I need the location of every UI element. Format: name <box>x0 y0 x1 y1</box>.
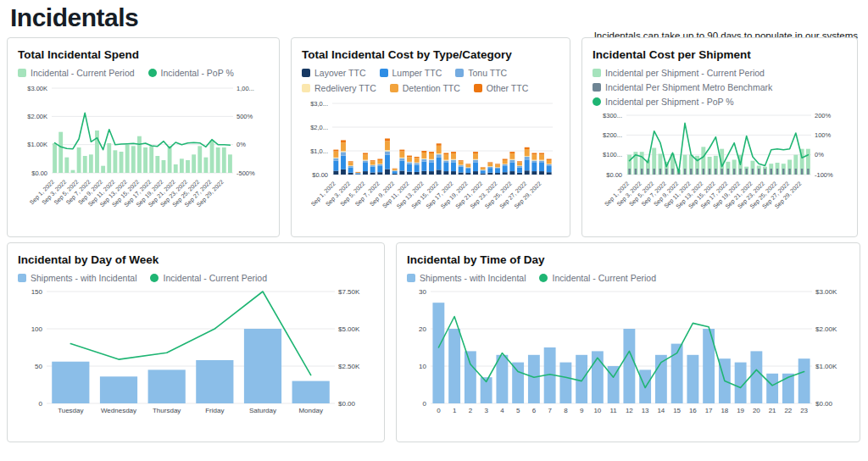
svg-text:Saturday: Saturday <box>249 407 276 414</box>
legend-item[interactable]: Incidental per Shipment - PoP % <box>593 97 847 107</box>
legend-label: Other TTC <box>487 83 528 93</box>
legend-item[interactable]: Incidental Per Shipment Metro Benchmark <box>593 82 847 92</box>
svg-text:$0.00: $0.00 <box>338 400 356 408</box>
bar-series-swatch-icon <box>302 84 310 92</box>
svg-text:$100...: $100... <box>603 151 622 158</box>
svg-text:30: 30 <box>419 288 426 296</box>
total-incidental-spend-chart[interactable]: $3.00K1,00...$2.00K500%$1.00K0%$0.00-500… <box>18 81 270 220</box>
legend-item[interactable]: Incidental per Shipment - Current Period <box>593 68 847 78</box>
card-total-incidental-cost-by-type: Total Incidental Cost by Type/Category L… <box>291 37 570 237</box>
svg-text:Wednesday: Wednesday <box>101 407 136 414</box>
chart-title: Incidental by Day of Week <box>18 253 374 266</box>
line-series-swatch-icon <box>148 69 157 77</box>
dashboard-page: Incidentals Incidentals can take up to 9… <box>0 3 868 442</box>
line-series-swatch-icon <box>539 274 548 282</box>
chart-title: Total Incidental Cost by Type/Category <box>302 48 559 61</box>
svg-text:Monday: Monday <box>298 407 322 414</box>
legend: Layover TTCLumper TTCTonu TTCRedelivery … <box>302 68 559 93</box>
legend-item[interactable]: Incidental - Current Period <box>539 273 656 283</box>
page-title: Incidentals <box>10 3 861 32</box>
svg-text:$0.00: $0.00 <box>312 171 328 179</box>
svg-text:$2.50K: $2.50K <box>338 363 360 370</box>
top-row: Total Incidental Spend Incidental - Curr… <box>7 37 861 237</box>
svg-text:7: 7 <box>548 407 552 414</box>
chart-title: Incidental Cost per Shipment <box>593 48 847 61</box>
bar-series-swatch-icon <box>390 84 398 92</box>
bar-series-swatch-icon <box>474 84 482 92</box>
svg-text:22: 22 <box>784 407 792 414</box>
svg-text:$3.00K: $3.00K <box>815 288 837 296</box>
svg-text:-100%: -100% <box>815 171 833 179</box>
svg-text:0: 0 <box>423 400 427 408</box>
svg-text:20: 20 <box>753 407 760 414</box>
legend-label: Layover TTC <box>314 68 366 78</box>
svg-text:4: 4 <box>500 407 504 414</box>
svg-text:100: 100 <box>31 325 43 333</box>
svg-text:Friday: Friday <box>205 407 224 414</box>
card-incidental-cost-per-shipment: Incidental Cost per Shipment Incidental … <box>581 37 858 237</box>
legend: Incidental per Shipment - Current Period… <box>593 68 847 107</box>
svg-text:0%: 0% <box>815 151 824 158</box>
svg-text:$1.00K: $1.00K <box>27 141 47 148</box>
svg-text:$5.00K: $5.00K <box>338 325 360 333</box>
legend-label: Incidental - Current Period <box>163 273 267 283</box>
svg-text:10: 10 <box>593 407 601 414</box>
bar-series-swatch-icon <box>455 69 464 77</box>
svg-text:16: 16 <box>689 407 697 414</box>
svg-text:$1.00K: $1.00K <box>815 363 837 370</box>
svg-text:18: 18 <box>721 407 728 414</box>
svg-text:13: 13 <box>642 407 649 414</box>
svg-text:0: 0 <box>39 400 43 408</box>
svg-text:$1,0...: $1,0... <box>310 147 328 155</box>
bar-series-swatch-icon <box>380 69 388 77</box>
legend-label: Shipments - with Incidental <box>420 273 526 283</box>
legend-item[interactable]: Other TTC <box>474 83 528 93</box>
svg-text:Sep 29, 2022: Sep 29, 2022 <box>513 181 542 210</box>
incidental-cost-per-shipment-chart[interactable]: $300...200%$200...100%$100...0%$0.00-100… <box>593 110 849 229</box>
bar-series-swatch-icon <box>18 69 26 77</box>
svg-text:150: 150 <box>31 288 43 296</box>
legend-label: Incidental Per Shipment Metro Benchmark <box>605 82 772 92</box>
incidental-by-time-of-day-chart[interactable]: 30$3.00K20$2.00K10$1.00K0$0.000123456789… <box>407 286 849 422</box>
svg-text:$2.00K: $2.00K <box>815 325 837 333</box>
legend-label: Incidental - Current Period <box>552 273 656 283</box>
svg-text:6: 6 <box>532 407 537 414</box>
legend-item[interactable]: Tonu TTC <box>455 68 507 78</box>
legend-item[interactable]: Incidental - Current Period <box>18 68 135 78</box>
legend-label: Incidental - Current Period <box>31 68 135 78</box>
svg-text:$0.00: $0.00 <box>815 400 833 408</box>
svg-text:-500%: -500% <box>236 169 255 177</box>
svg-text:1: 1 <box>453 407 457 414</box>
svg-text:0: 0 <box>437 407 441 414</box>
svg-text:21: 21 <box>769 407 776 414</box>
svg-text:11: 11 <box>609 407 617 414</box>
legend-label: Incidental per Shipment - PoP % <box>605 97 734 107</box>
legend-item[interactable]: Shipments - with Incidental <box>407 273 526 283</box>
svg-text:20: 20 <box>419 325 426 333</box>
svg-text:1,00...: 1,00... <box>236 85 254 92</box>
svg-text:50: 50 <box>35 363 42 370</box>
total-incidental-cost-by-type-chart[interactable]: $3,0...$2,0...$1,0...$0.00Sep 1, 2022Sep… <box>302 97 561 224</box>
legend-label: Redelivery TTC <box>314 83 376 93</box>
svg-text:$300...: $300... <box>603 112 622 119</box>
legend-label: Lumper TTC <box>392 68 442 78</box>
bar-series-swatch-icon <box>302 69 310 77</box>
svg-text:$0.00: $0.00 <box>31 169 47 177</box>
legend-item[interactable]: Shipments - with Incidental <box>18 273 136 283</box>
legend-item[interactable]: Lumper TTC <box>380 68 442 78</box>
legend-label: Incidental per Shipment - Current Period <box>605 68 765 78</box>
legend-label: Tonu TTC <box>468 68 507 78</box>
legend-item[interactable]: Detention TTC <box>390 83 460 93</box>
svg-text:200%: 200% <box>815 112 832 119</box>
incidental-by-day-of-week-chart[interactable]: 150$7.50K100$5.00K50$2.50K0$0.00TuesdayW… <box>18 286 374 422</box>
card-incidental-by-time-of-day: Incidental by Time of Day Shipments - wi… <box>396 242 860 442</box>
svg-text:10: 10 <box>419 363 426 370</box>
legend-item[interactable]: Redelivery TTC <box>302 83 376 93</box>
line-series-swatch-icon <box>593 97 601 106</box>
legend-item[interactable]: Layover TTC <box>302 68 366 78</box>
legend-item[interactable]: Incidental - PoP % <box>148 68 234 78</box>
legend-item[interactable]: Incidental - Current Period <box>150 273 267 283</box>
chart-title: Total Incidental Spend <box>18 48 269 61</box>
svg-text:17: 17 <box>705 407 713 414</box>
svg-text:$2.00K: $2.00K <box>27 113 47 120</box>
